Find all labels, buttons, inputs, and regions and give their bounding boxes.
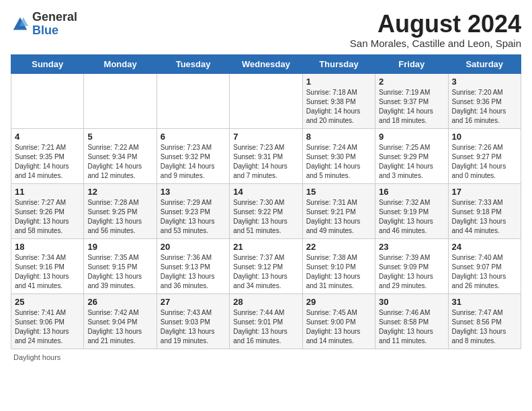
day-info: Sunrise: 7:19 AMSunset: 9:37 PMDaylight:…	[379, 88, 444, 126]
calendar-cell: 29Sunrise: 7:45 AMSunset: 9:00 PMDayligh…	[302, 293, 375, 349]
day-info: Sunrise: 7:38 AMSunset: 9:10 PMDaylight:…	[306, 253, 371, 291]
calendar-cell: 6Sunrise: 7:23 AMSunset: 9:32 PMDaylight…	[157, 128, 229, 183]
calendar-title: August 2024	[350, 11, 521, 38]
calendar-cell: 30Sunrise: 7:46 AMSunset: 8:58 PMDayligh…	[375, 293, 448, 349]
calendar-cell: 24Sunrise: 7:40 AMSunset: 9:07 PMDayligh…	[448, 238, 521, 293]
calendar-cell: 1Sunrise: 7:18 AMSunset: 9:38 PMDaylight…	[302, 73, 375, 128]
day-info: Sunrise: 7:20 AMSunset: 9:36 PMDaylight:…	[452, 88, 517, 126]
day-number: 31	[452, 297, 517, 307]
day-info: Sunrise: 7:47 AMSunset: 8:56 PMDaylight:…	[452, 308, 517, 346]
day-number: 22	[306, 242, 371, 252]
day-number: 14	[233, 187, 298, 197]
weekday-header-saturday: Saturday	[448, 54, 521, 73]
day-number: 20	[161, 242, 226, 252]
logo: General Blue	[11, 11, 77, 38]
calendar-cell: 5Sunrise: 7:22 AMSunset: 9:34 PMDaylight…	[84, 128, 157, 183]
weekday-header-tuesday: Tuesday	[157, 54, 229, 73]
day-info: Sunrise: 7:44 AMSunset: 9:01 PMDaylight:…	[233, 308, 298, 346]
calendar-cell: 16Sunrise: 7:32 AMSunset: 9:19 PMDayligh…	[375, 183, 448, 238]
day-info: Sunrise: 7:33 AMSunset: 9:18 PMDaylight:…	[452, 198, 517, 236]
day-info: Sunrise: 7:32 AMSunset: 9:19 PMDaylight:…	[379, 198, 444, 236]
day-info: Sunrise: 7:31 AMSunset: 9:21 PMDaylight:…	[306, 198, 371, 236]
weekday-header-wednesday: Wednesday	[230, 54, 302, 73]
calendar-cell: 9Sunrise: 7:25 AMSunset: 9:29 PMDaylight…	[375, 128, 448, 183]
day-info: Sunrise: 7:40 AMSunset: 9:07 PMDaylight:…	[452, 253, 517, 291]
calendar-subtitle: San Morales, Castille and Leon, Spain	[350, 38, 521, 49]
day-number: 2	[379, 77, 444, 87]
day-number: 10	[452, 132, 517, 142]
calendar-cell: 11Sunrise: 7:27 AMSunset: 9:26 PMDayligh…	[11, 183, 84, 238]
calendar-body: 1Sunrise: 7:18 AMSunset: 9:38 PMDaylight…	[11, 73, 521, 349]
day-number: 8	[306, 132, 371, 142]
calendar-cell: 3Sunrise: 7:20 AMSunset: 9:36 PMDaylight…	[448, 73, 521, 128]
day-info: Sunrise: 7:23 AMSunset: 9:31 PMDaylight:…	[233, 143, 298, 181]
day-info: Sunrise: 7:29 AMSunset: 9:23 PMDaylight:…	[161, 198, 226, 236]
day-number: 21	[233, 242, 298, 252]
day-number: 29	[306, 297, 371, 307]
logo-general-text: General	[32, 10, 77, 24]
day-info: Sunrise: 7:39 AMSunset: 9:09 PMDaylight:…	[379, 253, 444, 291]
calendar-table: SundayMondayTuesdayWednesdayThursdayFrid…	[11, 54, 521, 349]
calendar-cell: 23Sunrise: 7:39 AMSunset: 9:09 PMDayligh…	[375, 238, 448, 293]
calendar-cell	[157, 73, 229, 128]
day-number: 5	[87, 132, 152, 142]
day-info: Sunrise: 7:30 AMSunset: 9:22 PMDaylight:…	[233, 198, 298, 236]
day-info: Sunrise: 7:34 AMSunset: 9:16 PMDaylight:…	[15, 253, 80, 291]
day-number: 15	[306, 187, 371, 197]
day-info: Sunrise: 7:25 AMSunset: 9:29 PMDaylight:…	[379, 143, 444, 181]
day-number: 25	[15, 297, 80, 307]
day-number: 26	[87, 297, 152, 307]
calendar-cell: 17Sunrise: 7:33 AMSunset: 9:18 PMDayligh…	[448, 183, 521, 238]
day-number: 7	[233, 132, 298, 142]
calendar-header: SundayMondayTuesdayWednesdayThursdayFrid…	[11, 54, 521, 73]
weekday-header-monday: Monday	[84, 54, 157, 73]
day-number: 18	[15, 242, 80, 252]
day-number: 13	[161, 187, 226, 197]
calendar-cell: 21Sunrise: 7:37 AMSunset: 9:12 PMDayligh…	[230, 238, 302, 293]
calendar-week-2: 4Sunrise: 7:21 AMSunset: 9:35 PMDaylight…	[11, 128, 521, 183]
calendar-cell: 14Sunrise: 7:30 AMSunset: 9:22 PMDayligh…	[230, 183, 302, 238]
day-number: 4	[15, 132, 80, 142]
weekday-header-thursday: Thursday	[302, 54, 375, 73]
calendar-cell: 27Sunrise: 7:43 AMSunset: 9:03 PMDayligh…	[157, 293, 229, 349]
day-info: Sunrise: 7:22 AMSunset: 9:34 PMDaylight:…	[87, 143, 152, 181]
day-info: Sunrise: 7:42 AMSunset: 9:04 PMDaylight:…	[87, 308, 152, 346]
day-info: Sunrise: 7:35 AMSunset: 9:15 PMDaylight:…	[87, 253, 152, 291]
calendar-week-1: 1Sunrise: 7:18 AMSunset: 9:38 PMDaylight…	[11, 73, 521, 128]
day-number: 3	[452, 77, 517, 87]
day-info: Sunrise: 7:37 AMSunset: 9:12 PMDaylight:…	[233, 253, 298, 291]
weekday-header-row: SundayMondayTuesdayWednesdayThursdayFrid…	[11, 54, 521, 73]
calendar-cell	[84, 73, 157, 128]
footer-daylight: Daylight hours	[11, 353, 521, 361]
day-number: 1	[306, 77, 371, 87]
calendar-cell: 28Sunrise: 7:44 AMSunset: 9:01 PMDayligh…	[230, 293, 302, 349]
calendar-cell: 31Sunrise: 7:47 AMSunset: 8:56 PMDayligh…	[448, 293, 521, 349]
day-info: Sunrise: 7:26 AMSunset: 9:27 PMDaylight:…	[452, 143, 517, 181]
day-number: 28	[233, 297, 298, 307]
day-info: Sunrise: 7:46 AMSunset: 8:58 PMDaylight:…	[379, 308, 444, 346]
calendar-cell: 22Sunrise: 7:38 AMSunset: 9:10 PMDayligh…	[302, 238, 375, 293]
calendar-cell: 4Sunrise: 7:21 AMSunset: 9:35 PMDaylight…	[11, 128, 84, 183]
calendar-cell: 26Sunrise: 7:42 AMSunset: 9:04 PMDayligh…	[84, 293, 157, 349]
day-info: Sunrise: 7:43 AMSunset: 9:03 PMDaylight:…	[161, 308, 226, 346]
calendar-cell: 25Sunrise: 7:41 AMSunset: 9:06 PMDayligh…	[11, 293, 84, 349]
calendar-cell: 19Sunrise: 7:35 AMSunset: 9:15 PMDayligh…	[84, 238, 157, 293]
calendar-cell: 2Sunrise: 7:19 AMSunset: 9:37 PMDaylight…	[375, 73, 448, 128]
day-number: 12	[87, 187, 152, 197]
day-info: Sunrise: 7:18 AMSunset: 9:38 PMDaylight:…	[306, 88, 371, 126]
day-info: Sunrise: 7:21 AMSunset: 9:35 PMDaylight:…	[15, 143, 80, 181]
calendar-week-5: 25Sunrise: 7:41 AMSunset: 9:06 PMDayligh…	[11, 293, 521, 349]
calendar-cell: 13Sunrise: 7:29 AMSunset: 9:23 PMDayligh…	[157, 183, 229, 238]
calendar-cell: 12Sunrise: 7:28 AMSunset: 9:25 PMDayligh…	[84, 183, 157, 238]
day-number: 24	[452, 242, 517, 252]
day-info: Sunrise: 7:27 AMSunset: 9:26 PMDaylight:…	[15, 198, 80, 236]
day-number: 6	[161, 132, 226, 142]
logo-icon	[11, 15, 30, 34]
calendar-cell: 20Sunrise: 7:36 AMSunset: 9:13 PMDayligh…	[157, 238, 229, 293]
calendar-cell: 18Sunrise: 7:34 AMSunset: 9:16 PMDayligh…	[11, 238, 84, 293]
calendar-cell	[11, 73, 84, 128]
day-number: 30	[379, 297, 444, 307]
day-info: Sunrise: 7:36 AMSunset: 9:13 PMDaylight:…	[161, 253, 226, 291]
weekday-header-sunday: Sunday	[11, 54, 84, 73]
day-number: 27	[161, 297, 226, 307]
